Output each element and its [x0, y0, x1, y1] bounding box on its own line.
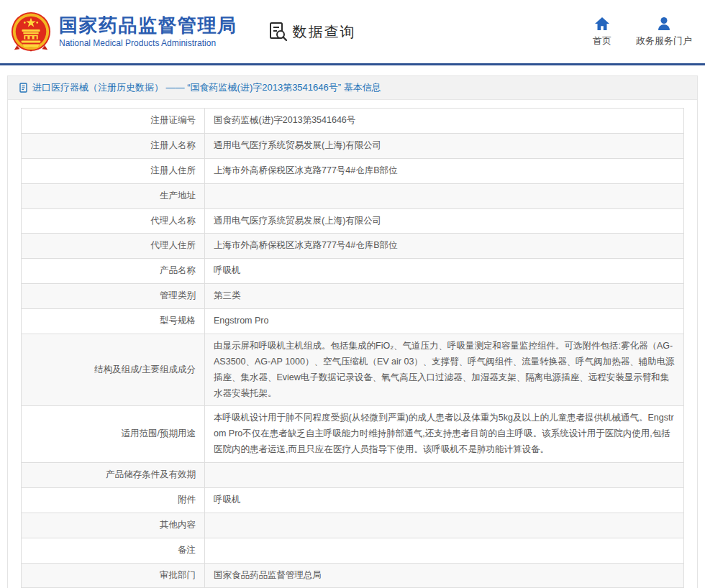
- table-row: 审批部门国家食品药品监督管理总局: [22, 563, 684, 588]
- table-row: 注册人名称通用电气医疗系统贸易发展(上海)有限公司: [22, 133, 684, 158]
- nav-gov-portal-label: 政务服务门户: [636, 35, 692, 47]
- row-label-text: 代理人住所: [151, 240, 196, 250]
- table-row: 代理人名称通用电气医疗系统贸易发展(上海)有限公司: [22, 208, 684, 234]
- page-title: 进口医疗器械（注册历史数据） —— “国食药监械(进)字2013第3541646…: [32, 81, 381, 94]
- row-label: 产品储存条件及有效期: [22, 463, 205, 488]
- row-value: 国家食品药品监督管理总局: [205, 563, 684, 588]
- brand-title: 国家药品监督管理局: [59, 15, 237, 37]
- row-label: 注册证编号: [22, 109, 205, 134]
- row-value-text: 国食药监械(进)字2013第3541646号: [214, 115, 355, 125]
- row-label-text: 结构及组成/主要组成成分: [94, 364, 196, 375]
- header-divider: [0, 63, 705, 65]
- row-value: [205, 513, 684, 538]
- row-label-text: 注册人名称: [151, 140, 196, 150]
- nav-home[interactable]: 首页: [593, 17, 611, 47]
- document-icon: [19, 83, 29, 93]
- row-value: [205, 538, 684, 563]
- table-holder: 注册证编号国食药监械(进)字2013第3541646号注册人名称通用电气医疗系统…: [8, 100, 697, 588]
- row-value-text: 国家食品药品监督管理总局: [214, 570, 322, 580]
- content-wrapper: 进口医疗器械（注册历史数据） —— “国食药监械(进)字2013第3541646…: [7, 75, 698, 588]
- row-value-text: 上海市外高桥保税区冰克路777号4#仓库B部位: [214, 165, 398, 175]
- row-label: 备注: [22, 538, 205, 563]
- page-title-bar: 进口医疗器械（注册历史数据） —— “国食药监械(进)字2013第3541646…: [8, 76, 697, 100]
- table-row: 产品名称呼吸机: [22, 259, 684, 284]
- row-label: 代理人名称: [22, 208, 205, 234]
- brand-subtitle: National Medical Products Administration: [59, 38, 237, 48]
- row-value: 通用电气医疗系统贸易发展(上海)有限公司: [205, 208, 684, 234]
- nmpa-emblem-logo: [10, 11, 52, 52]
- brand: 国家药品监督管理局 National Medical Products Admi…: [10, 11, 237, 52]
- row-label-text: 其他内容: [160, 520, 196, 530]
- row-value: Engstrom Pro: [205, 309, 684, 334]
- row-label-text: 产品名称: [160, 265, 196, 275]
- row-value-text: 通用电气医疗系统贸易发展(上海)有限公司: [214, 216, 381, 226]
- row-value-text: 上海市外高桥保税区冰克路777号4#仓库B部位: [214, 240, 398, 250]
- registration-info-table: 注册证编号国食药监械(进)字2013第3541646号注册人名称通用电气医疗系统…: [21, 108, 684, 588]
- data-query-icon: [268, 22, 288, 42]
- row-label: 审批部门: [22, 563, 205, 588]
- table-row: 附件呼吸机: [22, 487, 684, 513]
- home-icon: [594, 17, 610, 31]
- row-label-text: 管理类别: [160, 290, 196, 300]
- row-value: [205, 183, 684, 208]
- table-row: 备注: [22, 538, 684, 563]
- row-label-text: 代理人名称: [151, 216, 196, 226]
- row-value-text: 本呼吸机设计用于肺不同程度受损(从轻微到严重)的成人患者以及体重为5kg及以上的…: [214, 413, 674, 454]
- table-row: 注册证编号国食药监械(进)字2013第3541646号: [22, 109, 684, 134]
- table-row: 管理类别第三类: [22, 284, 684, 309]
- brand-text: 国家药品监督管理局 National Medical Products Admi…: [59, 15, 237, 49]
- row-label: 管理类别: [22, 284, 205, 309]
- row-value: 呼吸机: [205, 487, 684, 513]
- row-value: 上海市外高桥保税区冰克路777号4#仓库B部位: [205, 234, 684, 259]
- row-value: 上海市外高桥保税区冰克路777号4#仓库B部位: [205, 158, 684, 183]
- row-value: 国食药监械(进)字2013第3541646号: [205, 109, 684, 134]
- row-label: 结构及组成/主要组成成分: [22, 334, 205, 406]
- row-value: 第三类: [205, 284, 684, 309]
- table-row: 适用范围/预期用途本呼吸机设计用于肺不同程度受损(从轻微到严重)的成人患者以及体…: [22, 406, 684, 463]
- table-row: 产品储存条件及有效期: [22, 463, 684, 488]
- row-label: 附件: [22, 487, 205, 513]
- row-label: 适用范围/预期用途: [22, 406, 205, 463]
- table-row: 结构及组成/主要组成成分由显示屏和呼吸机主机组成。包括集成的FiO₂、气道压力、…: [22, 334, 684, 406]
- table-row: 型号规格Engstrom Pro: [22, 309, 684, 334]
- row-value: 本呼吸机设计用于肺不同程度受损(从轻微到严重)的成人患者以及体重为5kg及以上的…: [205, 406, 684, 463]
- row-label: 生产地址: [22, 183, 205, 208]
- data-query-label: 数据查询: [293, 22, 356, 42]
- row-label: 注册人住所: [22, 158, 205, 183]
- table-row: 生产地址: [22, 183, 684, 208]
- row-label: 注册人名称: [22, 133, 205, 158]
- nav-home-label: 首页: [593, 35, 611, 47]
- row-value: [205, 463, 684, 488]
- nav-gov-portal[interactable]: 政务服务门户: [636, 17, 692, 47]
- row-value-text: Engstrom Pro: [214, 316, 268, 326]
- row-label-text: 备注: [178, 545, 196, 555]
- row-value: 呼吸机: [205, 259, 684, 284]
- table-row: 其他内容: [22, 513, 684, 538]
- row-label: 型号规格: [22, 309, 205, 334]
- row-value-text: 呼吸机: [214, 265, 241, 275]
- row-label: 其他内容: [22, 513, 205, 538]
- row-value: 通用电气医疗系统贸易发展(上海)有限公司: [205, 133, 684, 158]
- row-label-text: 附件: [178, 495, 196, 505]
- row-label-text: 注册证编号: [151, 115, 196, 125]
- site-header: 国家药品监督管理局 National Medical Products Admi…: [0, 0, 705, 63]
- data-query-tab[interactable]: 数据查询: [268, 22, 356, 42]
- table-row: 注册人住所上海市外高桥保税区冰克路777号4#仓库B部位: [22, 158, 684, 183]
- row-value-text: 通用电气医疗系统贸易发展(上海)有限公司: [214, 140, 381, 150]
- row-label-text: 产品储存条件及有效期: [106, 469, 196, 479]
- row-value-text: 第三类: [214, 290, 241, 300]
- row-value-text: 呼吸机: [214, 495, 241, 505]
- row-label-text: 适用范围/预期用途: [122, 428, 196, 438]
- row-label-text: 注册人住所: [151, 165, 196, 175]
- row-label-text: 审批部门: [160, 570, 196, 580]
- header-nav: 首页 政务服务门户: [593, 17, 692, 47]
- table-row: 代理人住所上海市外高桥保税区冰克路777号4#仓库B部位: [22, 234, 684, 259]
- row-label-text: 型号规格: [160, 316, 196, 326]
- row-value: 由显示屏和呼吸机主机组成。包括集成的FiO₂、气道压力、呼吸量测定和容量监控组件…: [205, 334, 684, 406]
- row-value-text: 由显示屏和呼吸机主机组成。包括集成的FiO₂、气道压力、呼吸量测定和容量监控组件…: [214, 341, 675, 398]
- row-label-text: 生产地址: [160, 190, 196, 201]
- user-icon: [656, 17, 672, 31]
- row-label: 代理人住所: [22, 234, 205, 259]
- row-label: 产品名称: [22, 259, 205, 284]
